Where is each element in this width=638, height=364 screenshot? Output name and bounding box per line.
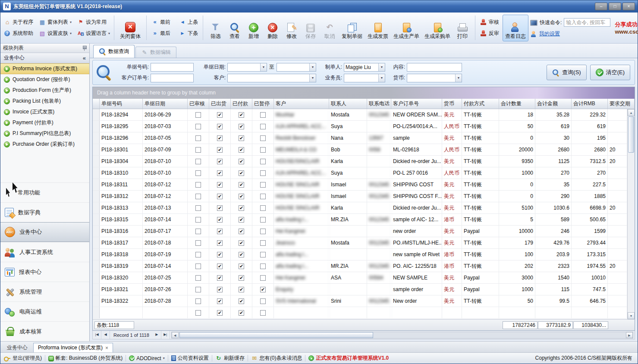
status-item[interactable]: 正式发布贸易订单管理系统V1.0 [308, 355, 389, 362]
checkbox[interactable] [195, 275, 201, 281]
checkbox[interactable] [260, 240, 266, 246]
sidebar-item[interactable]: Packing List (包装单) [0, 96, 89, 107]
checkbox[interactable] [260, 124, 266, 129]
scroll-thumb[interactable] [179, 332, 373, 338]
status-item[interactable]: 登出(管理员) [4, 355, 42, 362]
record-nav-button[interactable]: 下条 [177, 29, 200, 38]
chevron-down-icon[interactable] [260, 63, 267, 71]
close-button[interactable]: × [622, 3, 635, 10]
menu-item[interactable]: 系统帮助 [4, 30, 33, 37]
date-to-select[interactable] [277, 63, 316, 72]
checkbox[interactable] [217, 124, 223, 129]
checkbox[interactable] [260, 112, 266, 118]
checkbox[interactable] [239, 310, 244, 316]
column-header[interactable]: 客户订单号 [391, 99, 442, 109]
table-row[interactable]: PI18-183222018-07-28SVS InternationalSri… [93, 295, 627, 307]
scroll-down-icon[interactable] [628, 312, 635, 319]
checkbox[interactable] [239, 287, 244, 292]
close-tab-icon[interactable]: × [105, 345, 108, 351]
table-row[interactable]: PI18-182952018-07-03AJA APPAREL ACC...Su… [93, 121, 627, 132]
checkbox[interactable] [217, 275, 223, 281]
chevron-down-icon[interactable] [378, 63, 385, 71]
chevron-down-icon[interactable] [309, 74, 316, 82]
table-row[interactable]: PI18-183162018-07-17Hei Kangmeinew order… [93, 226, 627, 237]
checkbox[interactable] [195, 298, 201, 304]
collapse-icon[interactable]: « [83, 55, 86, 61]
toolbar-button[interactable]: 复制单据 [339, 15, 365, 41]
column-header[interactable]: 货币 [442, 99, 462, 109]
status-item[interactable]: 您有(0)条未读消息 [251, 355, 302, 362]
checkbox[interactable] [195, 147, 201, 153]
checkbox[interactable] [239, 135, 244, 141]
checkbox[interactable] [217, 298, 223, 304]
checkbox[interactable] [195, 112, 201, 118]
toolbar-button[interactable]: 生成采购单 [422, 15, 453, 41]
checkbox[interactable] [217, 252, 223, 257]
checkbox[interactable] [260, 182, 266, 188]
checkbox[interactable] [260, 264, 266, 269]
table-row[interactable] [93, 307, 627, 319]
vertical-scrollbar[interactable] [627, 109, 635, 319]
checkbox[interactable] [195, 240, 201, 246]
pin-icon[interactable] [82, 45, 87, 51]
checkbox[interactable] [217, 229, 223, 234]
audit-button[interactable]: 审核 [478, 18, 501, 27]
table-row[interactable]: PI18-183042018-07-10HOUSE/SINCLAIRKarlaD… [93, 156, 627, 167]
checkbox[interactable] [239, 217, 244, 223]
toolbar-button[interactable]: 新增 [244, 15, 263, 41]
toolbar-button[interactable]: 保存 [301, 15, 320, 41]
checkbox[interactable] [217, 310, 223, 316]
scroll-right-icon[interactable]: ▶ [626, 332, 633, 338]
my-settings-link[interactable]: 我的设置 [539, 30, 560, 38]
module-item[interactable]: 电商运维 [0, 301, 89, 321]
checkbox[interactable] [195, 310, 201, 316]
checkbox[interactable] [260, 159, 266, 164]
checkbox[interactable] [195, 159, 201, 164]
status-item[interactable]: 帐套: BusinessDB (外贸系统) [48, 355, 123, 362]
checkbox[interactable] [239, 159, 244, 164]
table-row[interactable]: PI18-183122018-07-12HOUSE SINCLAIRIsmael… [93, 191, 627, 202]
menu-item[interactable]: 设为常用 [77, 19, 107, 26]
sidebar-item[interactable]: P.I Summary(PI信息总表) [0, 128, 89, 139]
status-item[interactable]: ADODirect▾ [129, 355, 164, 361]
table-row[interactable]: PI18-183102018-07-10AJA APPAREL ACC...Su… [93, 167, 627, 179]
salesman-select[interactable] [344, 74, 385, 82]
checkbox[interactable] [217, 240, 223, 246]
scroll-up-icon[interactable] [628, 109, 635, 116]
toolbar-button[interactable]: 筛选 [206, 15, 225, 41]
checkbox[interactable] [195, 287, 201, 292]
checkbox[interactable] [195, 229, 201, 234]
menu-item[interactable]: 设置语言▾ [77, 30, 110, 37]
toolbar-button[interactable]: 删除 [263, 15, 282, 41]
checkbox[interactable] [239, 275, 244, 281]
toolbar-button[interactable]: 取消 [320, 15, 339, 41]
checkbox[interactable] [260, 310, 266, 316]
clear-button[interactable]: 清空(E) [590, 65, 630, 80]
group-by-panel[interactable]: Drag a column header here to group by th… [93, 87, 635, 99]
toolbar-button[interactable]: 生成生产单 [391, 15, 422, 41]
column-header[interactable]: 客户 [274, 99, 329, 109]
view-log-button[interactable]: 查看日志 [503, 15, 528, 41]
checkbox[interactable] [195, 205, 201, 211]
toolbar-button[interactable]: 打印 [453, 15, 472, 41]
menu-item[interactable]: 设置皮肤▾ [39, 30, 72, 37]
record-nav-button[interactable]: 上条 [177, 18, 200, 27]
tab-data-query[interactable]: 数据查询 [93, 45, 135, 58]
doc-no-input[interactable] [151, 63, 194, 72]
sidebar-item[interactable]: Payment (付款单) [0, 117, 89, 128]
document-tab[interactable]: 业务中心 [2, 343, 32, 352]
audit-button[interactable]: 反审 [478, 29, 501, 38]
last-record-button[interactable]: ▶| [161, 331, 170, 339]
checkbox[interactable] [239, 112, 244, 118]
checkbox[interactable] [260, 170, 266, 176]
module-item[interactable]: 人事工资系统 [0, 242, 89, 262]
sidebar-item[interactable]: Quotation Order (报价单) [0, 74, 89, 85]
checkbox[interactable] [217, 147, 223, 153]
column-header[interactable]: 合计RMB [572, 99, 608, 109]
sidebar-item[interactable]: Proforma Invoice (形式发票) [0, 63, 89, 74]
column-header[interactable]: 已出货 [209, 99, 231, 109]
maximize-button[interactable]: □ [609, 3, 621, 10]
column-header[interactable]: 联系人 [329, 99, 367, 109]
checkbox[interactable] [239, 252, 244, 257]
checkbox[interactable] [217, 287, 223, 292]
